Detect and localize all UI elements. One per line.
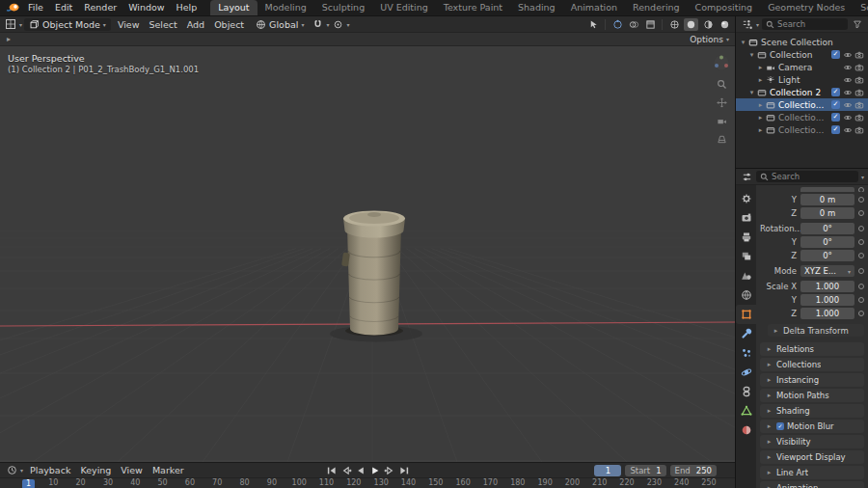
disclosure-icon[interactable]: ▸ (756, 114, 765, 122)
properties-tab-material[interactable] (736, 420, 756, 440)
panel-line-art[interactable]: ▸Line Art (760, 466, 864, 479)
exclude-checkbox[interactable]: ✓ (831, 100, 840, 109)
disclosure-icon[interactable]: ▸ (756, 101, 765, 109)
exclude-checkbox[interactable]: ✓ (831, 50, 840, 59)
outliner-row-collectio[interactable]: ▸Collectio...✓ (736, 98, 868, 111)
pan-icon[interactable] (717, 97, 727, 108)
workspace-tab-sculpting[interactable]: Sculpting (314, 0, 372, 15)
properties-tab-constraints[interactable] (736, 382, 756, 401)
viewport-menu-object[interactable]: Object (209, 18, 249, 31)
jump-to-start-button[interactable] (325, 465, 338, 475)
zoom-icon[interactable] (717, 79, 727, 90)
animate-decorator[interactable] (858, 268, 864, 274)
jump-to-next-keyframe-button[interactable] (383, 465, 395, 475)
hide-in-viewport-eye-icon[interactable] (842, 125, 854, 135)
editor-type-dropdown-icon[interactable]: ▾ (756, 21, 759, 28)
properties-tab-particles[interactable] (736, 343, 756, 363)
panel-visibility[interactable]: ▸Visibility (760, 435, 864, 448)
viewport-menu-add[interactable]: Add (182, 18, 209, 31)
disclosure-icon[interactable]: ▾ (739, 39, 747, 46)
value-field-scale-x[interactable]: 1.000 (800, 281, 854, 292)
workspace-tab-shading[interactable]: Shading (510, 0, 563, 15)
toggle-xray-icon[interactable] (643, 18, 657, 31)
timeline-playhead[interactable]: 1 (22, 478, 36, 488)
panel-shading[interactable]: ▸Shading (760, 404, 864, 418)
workspace-tab-rendering[interactable]: Rendering (625, 0, 688, 15)
frame-end-field[interactable]: End250 (670, 465, 717, 476)
outliner-row-collection-2[interactable]: ▾Collection 2✓ (736, 86, 868, 98)
tool-settings-expand-icon[interactable]: ▸ (7, 35, 11, 43)
viewport-menu-view[interactable]: View (113, 18, 145, 31)
workspace-tab-scripting[interactable]: Scripting (853, 0, 868, 15)
shading-material-icon[interactable] (701, 18, 715, 31)
properties-tab-physics[interactable] (736, 363, 756, 382)
disable-in-renders-camera-icon[interactable] (854, 88, 865, 97)
panel-collections[interactable]: ▸Collections (760, 358, 864, 371)
animate-decorator[interactable] (858, 311, 864, 316)
hide-in-viewport-eye-icon[interactable] (842, 50, 854, 60)
value-field[interactable] (800, 187, 854, 192)
navigation-gizmo[interactable] (713, 54, 730, 71)
disable-in-renders-camera-icon[interactable] (854, 100, 865, 110)
animate-decorator[interactable] (858, 197, 864, 203)
proportional-dropdown-icon[interactable]: ▾ (346, 21, 349, 28)
menu-window[interactable]: Window (122, 0, 170, 14)
disclosure-icon[interactable]: ▸ (756, 126, 765, 134)
disclosure-icon[interactable]: ▸ (756, 76, 765, 84)
outliner-search-input[interactable]: Search (762, 18, 848, 30)
selectability-icon[interactable] (586, 18, 600, 31)
properties-tab-object-data[interactable] (736, 401, 756, 420)
workspace-tab-uv-editing[interactable]: UV Editing (372, 0, 436, 15)
frame-start-field[interactable]: Start1 (625, 465, 665, 476)
jump-to-prev-keyframe-button[interactable] (339, 465, 352, 475)
workspace-tab-modeling[interactable]: Modeling (258, 0, 314, 15)
menu-help[interactable]: Help (171, 0, 203, 14)
animate-decorator[interactable] (858, 284, 864, 289)
properties-tab-modifiers[interactable] (736, 324, 756, 343)
value-field-y[interactable]: 0 m (800, 194, 854, 205)
3d-viewport[interactable]: User Perspective (1) Collection 2 | P01_… (0, 46, 735, 462)
disclosure-icon[interactable]: ▾ (747, 89, 756, 96)
timeline-ruler[interactable]: 1 10203040506070809010011012013014015016… (0, 477, 735, 488)
animate-decorator[interactable] (858, 226, 864, 231)
show-gizmo-icon[interactable] (610, 18, 624, 31)
properties-tab-tool[interactable] (736, 189, 756, 208)
play-reverse-button[interactable] (354, 465, 366, 475)
trashcan-object[interactable] (330, 211, 422, 342)
disclosure-icon[interactable]: ▾ (747, 51, 756, 59)
panel-animation[interactable]: ▸Animation (760, 481, 864, 488)
menu-file[interactable]: File (22, 0, 49, 14)
filter-icon[interactable] (851, 18, 864, 31)
current-frame-field[interactable]: 1 (594, 465, 621, 476)
disable-in-renders-camera-icon[interactable] (854, 75, 865, 85)
camera-view-icon[interactable] (717, 116, 727, 126)
properties-tab-world[interactable] (736, 285, 756, 305)
disable-in-renders-camera-icon[interactable] (854, 50, 865, 60)
editor-type-dropdown-icon[interactable]: ▾ (20, 467, 23, 474)
blender-logo-icon[interactable] (6, 0, 20, 15)
properties-tab-object[interactable] (736, 305, 756, 324)
panel-motion-blur[interactable]: ▸✓Motion Blur (760, 420, 864, 433)
panel-viewport-display[interactable]: ▸Viewport Display (760, 450, 864, 464)
menu-edit[interactable]: Edit (49, 0, 78, 14)
show-overlays-icon[interactable] (627, 18, 640, 31)
subpanel-delta-transform[interactable]: ▸Delta Transform (768, 324, 864, 337)
workspace-tab-compositing[interactable]: Compositing (688, 0, 761, 15)
editor-type-viewport-icon[interactable] (4, 18, 17, 31)
animate-decorator[interactable] (858, 210, 864, 216)
exclude-checkbox[interactable]: ✓ (831, 125, 840, 134)
snap-dropdown-icon[interactable]: ▾ (326, 21, 329, 28)
workspace-tab-layout[interactable]: Layout (210, 0, 257, 15)
animate-decorator[interactable] (858, 239, 864, 245)
play-button[interactable] (368, 465, 381, 475)
timeline-menu-view[interactable]: View (116, 464, 148, 476)
outliner-row-light[interactable]: ▸Light (736, 73, 868, 86)
hide-in-viewport-eye-icon[interactable] (842, 88, 854, 97)
rotation-mode-dropdown[interactable]: XYZ E...▾ (800, 265, 854, 277)
workspace-tab-geometry-nodes[interactable]: Geometry Nodes (760, 0, 853, 15)
snap-toggle[interactable] (311, 18, 324, 31)
outliner-row-camera[interactable]: ▸Camera (736, 61, 868, 73)
properties-search-input[interactable]: Search (756, 171, 858, 182)
exclude-checkbox[interactable]: ✓ (831, 113, 840, 122)
value-field-rotation[interactable]: 0° (800, 223, 854, 234)
